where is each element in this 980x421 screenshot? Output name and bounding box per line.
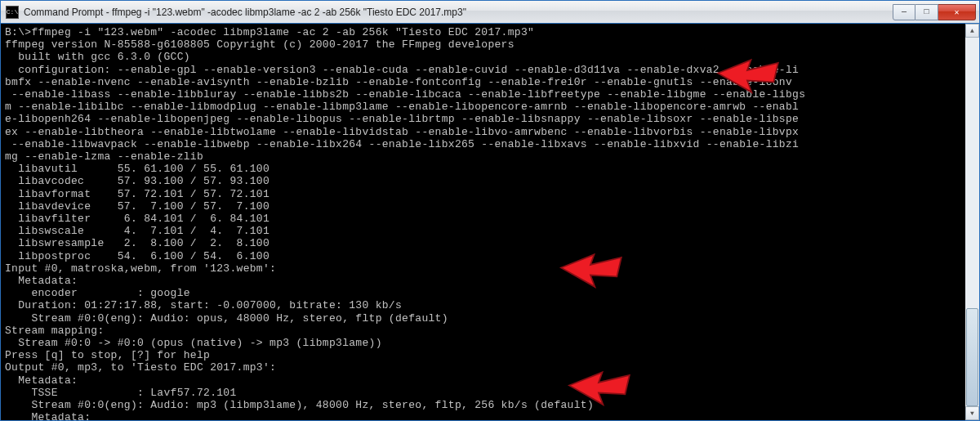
annotation-arrow-3	[522, 351, 595, 403]
close-button[interactable]: ✕	[938, 4, 976, 20]
scroll-thumb[interactable]	[966, 308, 978, 406]
minimize-button[interactable]: —	[893, 4, 915, 20]
output-header: Output #0, mp3, to 'Tiesto EDC 2017.mp3'…	[5, 361, 276, 374]
press-help: Press [q] to stop, [?] for help	[5, 349, 210, 361]
stream-mapping-label: Stream mapping:	[5, 325, 105, 337]
input-duration: Duration: 01:27:17.88, start: -0.007000,…	[5, 299, 402, 311]
output-metadata-label: Metadata:	[5, 374, 78, 387]
scroll-up-button[interactable]: ▲	[965, 24, 979, 38]
ffmpeg-version: ffmpeg version N-85588-g6108805 Copyrigh…	[5, 38, 514, 51]
built-with: built with gcc 6.3.0 (GCC)	[5, 51, 190, 63]
input-metadata-label: Metadata:	[5, 275, 78, 287]
vertical-scrollbar[interactable]: ▲ ▼	[965, 24, 979, 420]
cmd-window: C:\ Command Prompt - ffmpeg -i "123.webm…	[0, 0, 980, 421]
cmd-icon: C:\	[6, 6, 19, 19]
input-stream: Stream #0:0(eng): Audio: opus, 48000 Hz,…	[5, 312, 448, 325]
output-stream: Stream #0:0(eng): Audio: mp3 (libmp3lame…	[5, 399, 594, 411]
configuration: configuration: --enable-gpl --enable-ver…	[5, 64, 805, 163]
window-controls: — □ ✕	[893, 4, 976, 20]
input-encoder: encoder : google	[5, 287, 190, 299]
output-metadata-label2: Metadata:	[5, 411, 91, 420]
stream-mapping-line: Stream #0:0 -> #0:0 (opus (native) -> mp…	[5, 337, 382, 349]
maximize-button[interactable]: □	[915, 4, 938, 20]
scroll-track[interactable]	[965, 38, 979, 406]
annotation-arrow-2	[514, 233, 587, 285]
window-title: Command Prompt - ffmpeg -i "123.webm" -a…	[24, 7, 893, 18]
terminal-output[interactable]: B:\>ffmpeg -i "123.webm" -acodec libmp3l…	[1, 24, 979, 420]
titlebar[interactable]: C:\ Command Prompt - ffmpeg -i "123.webm…	[1, 1, 979, 24]
svg-marker-1	[561, 255, 621, 288]
output-tsse: TSSE : Lavf57.72.101	[5, 387, 237, 399]
lib-versions: libavutil 55. 61.100 / 55. 61.100 libavc…	[5, 163, 270, 262]
scroll-down-button[interactable]: ▼	[965, 406, 979, 420]
cmd-line: B:\>ffmpeg -i "123.webm" -acodec libmp3l…	[5, 26, 534, 38]
input-header: Input #0, matroska,webm, from '123.webm'…	[5, 262, 276, 275]
